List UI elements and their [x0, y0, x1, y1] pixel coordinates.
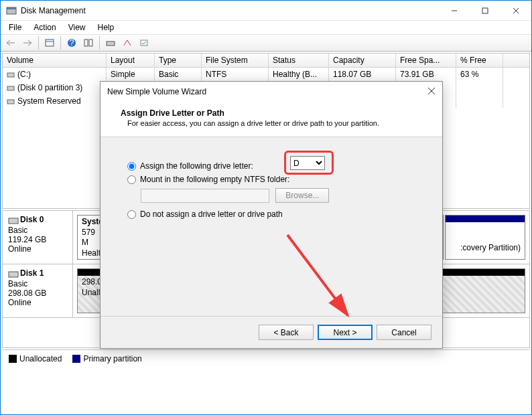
- tool2-icon[interactable]: [120, 35, 135, 50]
- disk-name: Disk 0: [20, 215, 44, 224]
- legend-primary: Primary partition: [83, 354, 141, 363]
- partition[interactable]: :covery Partition): [445, 215, 525, 260]
- svg-rect-18: [9, 272, 18, 277]
- col-capacity[interactable]: Capacity: [329, 54, 396, 67]
- back-button[interactable]: < Back: [259, 325, 314, 340]
- col-status[interactable]: Status: [269, 54, 329, 67]
- svg-text:?: ?: [70, 38, 74, 48]
- legend: Unallocated Primary partition: [2, 349, 530, 367]
- vol-name: (C:): [17, 70, 31, 79]
- menu-help[interactable]: Help: [92, 21, 120, 33]
- opt-assign-letter[interactable]: Assign the following drive letter:: [127, 161, 415, 171]
- wizard-buttons: < Back Next > Cancel: [101, 316, 442, 348]
- wizard-sub: For easier access, you can assign a driv…: [121, 119, 422, 127]
- disk-info[interactable]: Disk 0 Basic 119.24 GB Online: [3, 211, 73, 264]
- menu-action[interactable]: Action: [28, 21, 61, 33]
- col-layout[interactable]: Layout: [107, 54, 155, 67]
- disk-name: Disk 1: [20, 268, 44, 278]
- tool3-icon[interactable]: [137, 35, 151, 50]
- maximize-button[interactable]: [470, 1, 501, 21]
- drive-letter-select[interactable]: D: [290, 156, 325, 170]
- disk-info[interactable]: Disk 1 Basic 298.08 GB Online: [3, 264, 73, 317]
- back-icon[interactable]: [3, 35, 18, 50]
- svg-rect-15: [7, 86, 14, 90]
- wizard-dialog: New Simple Volume Wizard Assign Drive Le…: [100, 81, 443, 349]
- radio-assign-letter[interactable]: [127, 162, 136, 171]
- wizard-header: Assign Drive Letter or Path For easier a…: [101, 102, 442, 137]
- col-type[interactable]: Type: [155, 54, 202, 67]
- menu-view[interactable]: View: [63, 21, 91, 33]
- wizard-body: Assign the following drive letter: Mount…: [101, 137, 442, 316]
- toolbar: ?: [1, 34, 531, 52]
- wizard-heading: Assign Drive Letter or Path: [121, 108, 224, 118]
- svg-rect-11: [89, 39, 92, 46]
- svg-rect-6: [46, 39, 54, 46]
- tool1-icon[interactable]: [103, 35, 118, 50]
- app-icon: [6, 5, 17, 16]
- svg-rect-12: [107, 42, 115, 46]
- svg-rect-3: [482, 8, 488, 13]
- svg-rect-14: [7, 73, 14, 77]
- radio-mount-folder[interactable]: [127, 175, 136, 184]
- vol-name: System Reserved: [17, 96, 81, 106]
- wizard-close-icon[interactable]: [427, 87, 436, 97]
- main-titlebar: Disk Management: [1, 1, 531, 21]
- menu-file[interactable]: File: [3, 21, 27, 33]
- minimize-button[interactable]: [439, 1, 470, 21]
- window-title: Disk Management: [21, 6, 439, 15]
- radio-no-letter[interactable]: [127, 210, 136, 219]
- svg-rect-13: [141, 40, 147, 46]
- col-pct[interactable]: % Free: [456, 54, 503, 67]
- wizard-title: New Simple Volume Wizard: [107, 87, 427, 96]
- help-icon[interactable]: ?: [64, 35, 79, 50]
- col-free[interactable]: Free Spa...: [396, 54, 456, 67]
- forward-icon[interactable]: [20, 35, 35, 50]
- volume-row[interactable]: (C:) Simple Basic NTFS Healthy (B... 118…: [3, 68, 529, 81]
- layout-icon[interactable]: [81, 35, 96, 50]
- panel-icon[interactable]: [42, 35, 57, 50]
- wizard-titlebar: New Simple Volume Wizard: [101, 82, 442, 102]
- svg-rect-1: [7, 7, 16, 9]
- volume-header: Volume Layout Type File System Status Ca…: [3, 54, 529, 68]
- next-button[interactable]: Next >: [318, 325, 373, 340]
- menubar: File Action View Help: [1, 21, 531, 34]
- legend-unallocated: Unallocated: [19, 354, 62, 363]
- browse-button: Browse...: [275, 188, 329, 203]
- vol-name: (Disk 0 partition 3): [17, 83, 82, 92]
- svg-rect-16: [7, 100, 14, 104]
- cancel-button[interactable]: Cancel: [377, 325, 431, 340]
- ntfs-path-input: [141, 189, 269, 203]
- col-volume[interactable]: Volume: [3, 54, 107, 67]
- col-fs[interactable]: File System: [202, 54, 269, 67]
- close-button[interactable]: [501, 1, 531, 21]
- svg-rect-10: [84, 39, 88, 46]
- opt-mount-folder[interactable]: Mount in the following empty NTFS folder…: [127, 175, 415, 184]
- svg-rect-17: [9, 218, 18, 224]
- opt-no-letter[interactable]: Do not assign a drive letter or drive pa…: [127, 210, 415, 219]
